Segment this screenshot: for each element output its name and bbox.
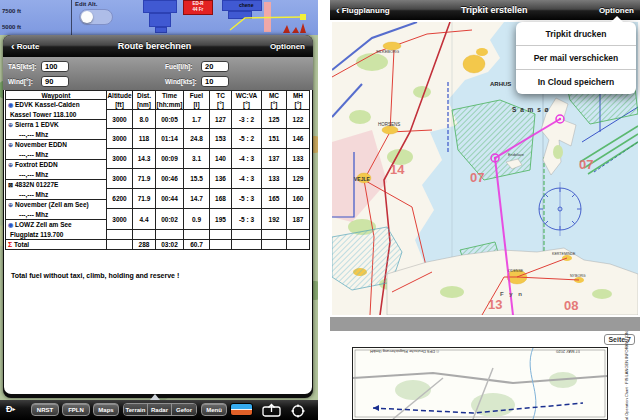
map-label-odense: ODENSE: [508, 269, 524, 273]
empty-cell: [232, 230, 262, 240]
menu-button[interactable]: Menü: [201, 403, 227, 416]
leg-value: -4 : 3: [232, 149, 262, 169]
leg-value: 00:44: [156, 189, 184, 209]
leg-value: 14.3: [133, 149, 156, 169]
empty-cell: [262, 230, 287, 240]
total-dist: 288: [133, 240, 156, 250]
leg-value: 0.9: [184, 209, 210, 230]
tripkit-chart-page[interactable]: Seite 7 07 MAY 2020 © DFS Deutsche Flugs…: [330, 331, 640, 420]
leg-value: 3.1: [184, 149, 210, 169]
sector-number: 07: [470, 170, 484, 185]
back-button-flugplanung[interactable]: ‹ Flugplanung: [336, 6, 390, 15]
column-header-mc: MC[°]: [262, 91, 287, 110]
direct-to-arrow-icon: ►: [12, 406, 17, 412]
map-label-fyn: F y n: [500, 291, 524, 297]
wind-spd-label: Wind[kts]:: [165, 78, 197, 85]
chart-fis: FIS LANGEN INFORMATION: [624, 331, 629, 384]
tas-input[interactable]: 100: [41, 61, 69, 72]
waypoint-cell: ⊕November EDDN ---,--- Mhz: [6, 140, 107, 160]
sector-number: 14: [390, 162, 405, 177]
tripkit-navbar: ‹ Flugplanung Tripkit erstellen Optionen: [330, 0, 640, 20]
leg-value: 118: [133, 129, 156, 149]
column-header-time: Time[hh:mm]: [156, 91, 184, 110]
leg-value: 195: [210, 209, 232, 230]
route-calc-panel: ‹ Route Route berechnen Optionen TAS[kts…: [3, 35, 313, 398]
leg-value: 168: [210, 189, 232, 209]
leg-value: 140: [210, 149, 232, 169]
maps-button[interactable]: Maps: [93, 403, 119, 416]
crosshair-icon[interactable]: [291, 404, 305, 418]
leg-value: 127: [210, 110, 232, 129]
back-button-label: Flugplanung: [342, 6, 390, 15]
menu-item-print-tripkit[interactable]: Tripkit drucken: [516, 22, 636, 46]
waypoint-cell: ⊕Sierra 1 EDVK ---,--- Mhz: [6, 120, 107, 140]
page-number-badge: Seite 7: [604, 334, 635, 345]
column-header-mh: MH[°]: [287, 91, 310, 110]
column-header-dist: Dist.[nm]: [133, 91, 156, 110]
column-header-wcva: WC:VA[°]: [232, 91, 262, 110]
waypoint-cell: ◉LOWZ Zell am See Flugplatz 119.700: [6, 220, 107, 240]
tripkit-screen: SILKEBORG ARHUS HORSENS VEJLE S a m s ø …: [330, 0, 640, 420]
leg-value: 153: [210, 129, 232, 149]
direct-to-button[interactable]: Đ ►: [6, 404, 16, 414]
leg-value: 24.8: [184, 129, 210, 149]
share-icon[interactable]: [261, 403, 283, 417]
leg-value: 71.9: [133, 189, 156, 209]
panel-header: ‹ Route Route berechnen Optionen: [3, 35, 313, 57]
fuel-input[interactable]: 20: [201, 61, 229, 72]
leg-value: 3000: [107, 169, 133, 189]
chart-title-en: Visual Operation Chart: [624, 387, 629, 420]
map-label-samso: S a m s ø: [512, 106, 550, 113]
leg-value: 137: [262, 149, 287, 169]
sigma-icon: Σ: [8, 241, 12, 248]
radar-button[interactable]: Radar: [148, 404, 172, 415]
map-label-horsens: HORSENS: [378, 122, 400, 127]
route-table: Waypoint Altitude[ft] Dist.[nm] Time[hh:…: [5, 90, 310, 250]
fuel-note: Total fuel without taxi, climb, holding …: [11, 272, 179, 279]
terrain-button[interactable]: Terrain: [124, 404, 148, 415]
leg-value: -5 : 3: [232, 189, 262, 209]
leg-value: 15.5: [184, 169, 210, 189]
back-button-route[interactable]: ‹ Route: [11, 42, 39, 51]
map-label-vejle: VEJLE: [354, 176, 371, 182]
fix-icon: ⊕: [8, 121, 15, 130]
waypoint-column-header: Waypoint: [6, 91, 107, 100]
menu-item-send-mail[interactable]: Per mail verschicken: [516, 46, 636, 70]
leg-value: 6200: [107, 189, 133, 209]
leg-value: 3000: [107, 149, 133, 169]
leg-value: -5 : 3: [232, 209, 262, 230]
column-header-altitude: Altitude[ft]: [107, 91, 133, 110]
user-waypoint-icon: ⊠: [8, 181, 15, 190]
options-button[interactable]: Optionen: [599, 6, 634, 15]
map-label-silkeborg: SILKEBORG: [376, 49, 399, 54]
leg-value: 00:02: [156, 209, 184, 230]
gefor-button[interactable]: Gefor: [172, 404, 196, 415]
leg-value: 00:46: [156, 169, 184, 189]
wind-spd-input[interactable]: 10: [201, 76, 229, 87]
fpln-button[interactable]: FPLN: [62, 403, 90, 416]
nrst-button[interactable]: NRST: [31, 403, 59, 416]
leg-value: 01:14: [156, 129, 184, 149]
leg-value: 133: [262, 169, 287, 189]
total-time: 03:02: [156, 240, 184, 250]
waypoint-cell: ◉EDVK Kassel-Calden Kassel Tower 118.100: [6, 100, 107, 120]
leg-value: 151: [262, 129, 287, 149]
flight-log-area: Waypoint Altitude[ft] Dist.[nm] Time[hh:…: [4, 90, 312, 394]
chart-date: 07 MAY 2020: [556, 349, 580, 354]
map-label-kerteminde: KERTEMINDE: [552, 252, 576, 256]
leg-value: 00:09: [156, 149, 184, 169]
sector-number: 13: [488, 297, 502, 312]
page-title: Tripkit erstellen: [390, 5, 599, 15]
profile-route-line: [0, 0, 318, 35]
leg-value: 192: [262, 209, 287, 230]
leg-value: 4.4: [133, 209, 156, 230]
menu-item-save-cloud[interactable]: In Cloud speichern: [516, 70, 636, 94]
attitude-indicator-icon[interactable]: [230, 403, 253, 416]
leg-value: 00:05: [156, 110, 184, 129]
wind-fuel-inputs: TAS[kts]: 100 Fuel[l/h]: 20 Wind[°]: 90 …: [3, 57, 313, 90]
leg-value: 71.9: [133, 169, 156, 189]
options-button[interactable]: Optionen: [270, 42, 305, 51]
page-title: Route berechnen: [39, 41, 270, 51]
tas-label: TAS[kts]:: [8, 63, 36, 70]
wind-dir-input[interactable]: 90: [41, 76, 69, 87]
